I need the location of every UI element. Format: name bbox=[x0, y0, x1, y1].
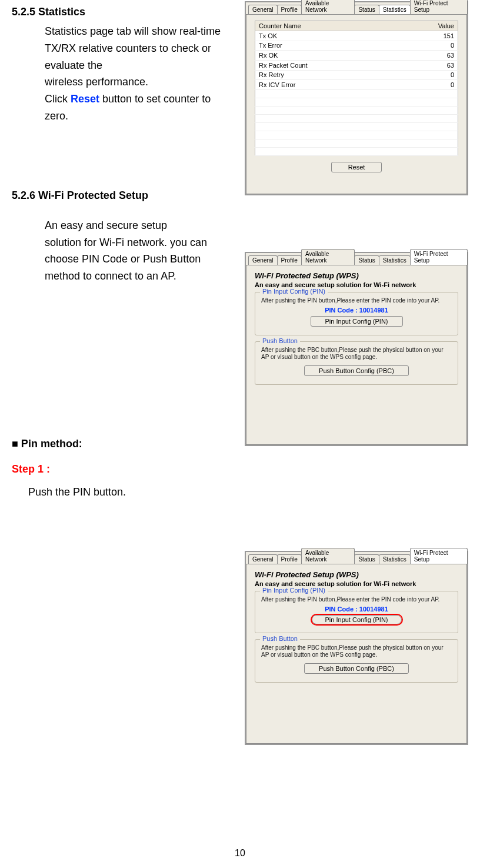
pin-desc: After pushing the PIN button,Please ente… bbox=[261, 596, 452, 603]
counter-name: Rx Packet Count bbox=[255, 60, 398, 70]
wps-title: Wi-Fi Protected Setup (WPS) bbox=[255, 570, 458, 579]
reset-word: Reset bbox=[71, 93, 99, 105]
table-row: Tx OK151 bbox=[255, 31, 458, 41]
wps-pane: Wi-Fi Protected Setup (WPS) An easy and … bbox=[246, 265, 467, 445]
table-row bbox=[255, 115, 458, 123]
tab-available-network[interactable]: Available Network bbox=[301, 249, 355, 265]
table-row: Rx OK63 bbox=[255, 51, 458, 61]
table-row bbox=[255, 148, 458, 156]
tab-profile[interactable]: Profile bbox=[277, 5, 302, 14]
stats-desc-3: Click Reset button to set counter to bbox=[45, 91, 224, 108]
tab-general[interactable]: General bbox=[248, 5, 278, 14]
col-counter-name: Counter Name bbox=[255, 21, 398, 31]
stats-desc-2: wireless performance. bbox=[45, 74, 224, 91]
heading-5-2-5: 5.2.5 Statistics bbox=[12, 6, 224, 18]
table-row: Tx Error0 bbox=[255, 41, 458, 51]
tab-statistics[interactable]: Statistics bbox=[379, 255, 411, 265]
table-row bbox=[255, 139, 458, 148]
tab-row: General Profile Available Network Status… bbox=[246, 253, 467, 265]
pbc-legend: Push Button bbox=[260, 337, 300, 344]
pbc-groupbox: Push Button After pushing the PBC button… bbox=[255, 639, 458, 683]
table-row: Rx ICV Error0 bbox=[255, 80, 458, 90]
tab-row: General Profile Available Network Status… bbox=[246, 2, 467, 14]
tab-wps[interactable]: Wi-Fi Protect Setup bbox=[410, 249, 468, 265]
push-button-config-button[interactable]: Push Button Config (PBC) bbox=[304, 663, 409, 674]
stats-click-suffix: button to set counter to bbox=[99, 93, 211, 105]
tab-status[interactable]: Status bbox=[354, 554, 379, 564]
wps-title: Wi-Fi Protected Setup (WPS) bbox=[255, 271, 458, 280]
counter-value: 63 bbox=[398, 60, 458, 70]
pin-groupbox: Pin Input Config (PIN) After pushing the… bbox=[255, 292, 458, 335]
step-1-text: Push the PIN button. bbox=[28, 484, 224, 501]
counter-value: 151 bbox=[398, 31, 458, 41]
reset-button[interactable]: Reset bbox=[331, 162, 382, 172]
counter-name: Rx OK bbox=[255, 51, 398, 61]
tab-profile[interactable]: Profile bbox=[277, 255, 302, 265]
stats-desc-4: zero. bbox=[45, 108, 224, 125]
push-button-config-button[interactable]: Push Button Config (PBC) bbox=[304, 365, 409, 376]
statistics-pane: Counter Name Value Tx OK151 Tx Error0 Rx… bbox=[246, 14, 467, 194]
pbc-legend: Push Button bbox=[260, 635, 300, 642]
table-row bbox=[255, 123, 458, 131]
step-1-label: Step 1 : bbox=[12, 463, 224, 475]
tab-available-network[interactable]: Available Network bbox=[301, 0, 355, 14]
statistics-window: General Profile Available Network Status… bbox=[245, 1, 468, 195]
pin-desc: After pushing the PIN button,Please ente… bbox=[261, 297, 452, 304]
counter-name: Tx Error bbox=[255, 41, 398, 51]
table-row: Rx Retry0 bbox=[255, 70, 458, 80]
statistics-table: Counter Name Value Tx OK151 Tx Error0 Rx… bbox=[255, 21, 458, 156]
table-row bbox=[255, 98, 458, 107]
table-row: Rx Packet Count63 bbox=[255, 60, 458, 70]
page-number: 10 bbox=[235, 848, 245, 859]
tab-status[interactable]: Status bbox=[354, 255, 379, 265]
counter-value: 0 bbox=[398, 70, 458, 80]
pin-code: PIN Code : 10014981 bbox=[261, 307, 452, 314]
tab-statistics[interactable]: Statistics bbox=[379, 5, 411, 14]
table-row bbox=[255, 107, 458, 115]
pin-input-config-button-highlighted[interactable]: Pin Input Config (PIN) bbox=[312, 615, 402, 624]
table-row bbox=[255, 131, 458, 139]
pbc-desc: After pushing the PBC button,Please push… bbox=[261, 644, 452, 659]
tab-profile[interactable]: Profile bbox=[277, 554, 302, 564]
pin-method-heading: ■ Pin method: bbox=[12, 438, 224, 450]
tab-general[interactable]: General bbox=[248, 554, 278, 564]
pbc-groupbox: Push Button After pushing the PBC button… bbox=[255, 341, 458, 385]
tab-general[interactable]: General bbox=[248, 255, 278, 265]
tab-status[interactable]: Status bbox=[354, 5, 379, 14]
counter-name: Rx Retry bbox=[255, 70, 398, 80]
counter-value: 0 bbox=[398, 41, 458, 51]
counter-name: Rx ICV Error bbox=[255, 80, 398, 90]
pin-input-config-button[interactable]: Pin Input Config (PIN) bbox=[311, 316, 403, 327]
counter-name: Tx OK bbox=[255, 31, 398, 41]
wps-pane: Wi-Fi Protected Setup (WPS) An easy and … bbox=[246, 564, 467, 744]
tab-row: General Profile Available Network Status… bbox=[246, 552, 467, 564]
tab-available-network[interactable]: Available Network bbox=[301, 548, 355, 564]
pin-legend: Pin Input Config (PIN) bbox=[260, 587, 328, 594]
stats-click-prefix: Click bbox=[45, 93, 71, 105]
tab-wps[interactable]: Wi-Fi Protect Setup bbox=[410, 0, 468, 14]
wps-desc-2: solution for Wi-Fi network. you can choo… bbox=[45, 234, 224, 285]
wps-window: General Profile Available Network Status… bbox=[245, 252, 468, 446]
pin-code: PIN Code : 10014981 bbox=[261, 606, 452, 613]
tab-statistics[interactable]: Statistics bbox=[379, 554, 411, 564]
table-row bbox=[255, 90, 458, 98]
pin-groupbox: Pin Input Config (PIN) After pushing the… bbox=[255, 591, 458, 633]
wps-desc-1: An easy and secure setup bbox=[45, 217, 224, 234]
pin-legend: Pin Input Config (PIN) bbox=[260, 288, 328, 295]
heading-5-2-6: 5.2.6 Wi-Fi Protected Setup bbox=[12, 189, 224, 202]
tab-wps[interactable]: Wi-Fi Protect Setup bbox=[410, 548, 468, 564]
pbc-desc: After pushing the PBC button,Please push… bbox=[261, 347, 452, 361]
col-value: Value bbox=[398, 21, 458, 31]
counter-value: 63 bbox=[398, 51, 458, 61]
stats-desc-1: Statistics page tab will show real-time … bbox=[45, 23, 224, 74]
counter-value: 0 bbox=[398, 80, 458, 90]
wps-window-step1: General Profile Available Network Status… bbox=[245, 551, 468, 745]
